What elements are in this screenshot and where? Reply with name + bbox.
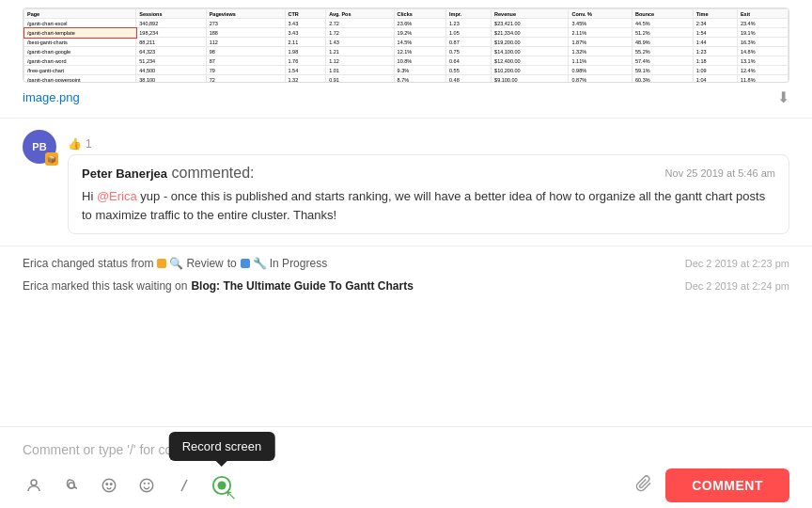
person-icon[interactable] (23, 474, 45, 497)
comment-body-after: yup - once this is published and starts … (82, 189, 765, 222)
activity-to-label: to (227, 257, 237, 270)
svg-point-2 (102, 479, 116, 492)
comment-timestamp: Nov 25 2019 at 5:46 am (665, 167, 775, 179)
toolbar-row: Record screen ↖ COMMENT (23, 463, 789, 502)
activity-row-1: Erica changed status from 🔍 Review to 🔧 … (23, 252, 789, 275)
download-icon[interactable]: ⬇ (777, 88, 789, 106)
activity-text-before-1: Erica changed status from (23, 257, 153, 270)
toolbar-left: Record screen ↖ (23, 474, 233, 497)
toolbar-right: COMMENT (635, 468, 789, 502)
comment-body-before: Hi (82, 189, 97, 203)
activity-timestamp-2: Dec 2 2019 at 2:24 pm (685, 280, 789, 292)
image-link-row: image.png ⬇ (23, 88, 789, 106)
activity-text-1: Erica changed status from 🔍 Review to 🔧 … (23, 257, 327, 270)
like-button[interactable]: 👍 1 (68, 137, 789, 151)
like-count: 1 (86, 137, 92, 151)
status-label-review: Review (186, 257, 223, 270)
comment-button[interactable]: COMMENT (665, 468, 789, 502)
avatar: PB 📦 (23, 130, 56, 164)
commenter-name: Peter Banerjea (82, 167, 167, 181)
activity-section: Erica changed status from 🔍 Review to 🔧 … (0, 246, 812, 303)
at-icon[interactable] (60, 474, 83, 497)
tooltip-text: Record screen (182, 439, 262, 453)
activity-text-before-2: Erica marked this task waiting on (23, 279, 187, 293)
attachment-icon[interactable] (635, 475, 652, 497)
svg-point-4 (111, 484, 113, 485)
comment-section: PB 📦 👍 1 Peter Banerjea commented: Nov 2… (0, 119, 812, 246)
avatar-badge: 📦 (45, 152, 58, 166)
status-label-inprogress: In Progress (270, 257, 327, 270)
svg-line-8 (181, 480, 187, 491)
status-badge-from: 🔍 Review (157, 257, 223, 270)
svg-point-3 (106, 484, 108, 485)
image-section: Page Sessions Pageviews CTR Avg. Pos Cli… (0, 0, 812, 119)
status-icon-search-1: 🔍 (169, 257, 183, 270)
record-screen-tooltip: Record screen (169, 432, 275, 461)
comment-action: commented: (172, 165, 255, 181)
screen-record-icon[interactable]: ↖ (211, 474, 233, 497)
emoji-icon[interactable] (135, 474, 158, 497)
comment-header: Peter Banerjea commented: Nov 25 2019 at… (82, 165, 775, 182)
image-filename-link[interactable]: image.png (23, 90, 80, 104)
fake-table: Page Sessions Pageviews CTR Avg. Pos Cli… (23, 8, 789, 83)
activity-row-2: Erica marked this task waiting on Blog: … (23, 275, 789, 297)
smiley-icon[interactable] (98, 474, 120, 497)
activity-timestamp-1: Dec 2 2019 at 2:23 pm (685, 258, 789, 269)
comment-bubble: Peter Banerjea commented: Nov 25 2019 at… (68, 154, 789, 234)
comment-placeholder[interactable]: Comment or type '/' for commands (23, 437, 789, 463)
comment-body: Hi @Erica yup - once this is published a… (82, 187, 775, 224)
status-dot-yellow (157, 259, 166, 268)
thumbs-up-icon: 👍 (68, 137, 82, 151)
comment-input-area[interactable]: Comment or type '/' for commands (0, 426, 812, 508)
comment-mention: @Erica (97, 189, 137, 203)
slash-icon[interactable] (173, 474, 195, 497)
cursor-icon: ↖ (226, 487, 237, 502)
activity-text-2: Erica marked this task waiting on Blog: … (23, 279, 414, 293)
status-dot-blue (241, 259, 250, 268)
record-screen-container: Record screen ↖ (211, 474, 233, 497)
status-badge-to: 🔧 In Progress (241, 257, 327, 270)
waiting-task-link[interactable]: Blog: The Ultimate Guide To Gantt Charts (191, 279, 413, 293)
spreadsheet-preview: Page Sessions Pageviews CTR Avg. Pos Cli… (23, 8, 789, 83)
svg-point-0 (31, 480, 37, 485)
svg-point-5 (140, 479, 153, 492)
main-container: Page Sessions Pageviews CTR Avg. Pos Cli… (0, 0, 812, 508)
status-icon-wrench: 🔧 (253, 257, 267, 270)
